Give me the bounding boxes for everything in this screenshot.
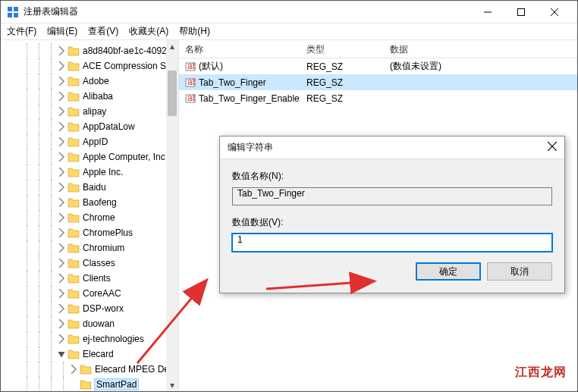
tree-item-label: Apple Inc. bbox=[83, 167, 123, 177]
tree-item[interactable]: Elecard MPEG De bbox=[5, 362, 178, 377]
chevron-right-icon[interactable] bbox=[57, 46, 66, 55]
menu-view[interactable]: 查看(V) bbox=[88, 25, 118, 38]
registry-tree-panel: a8d840bf-ae1c-4092ACE Compression SoAdob… bbox=[1, 40, 179, 391]
value-name-field[interactable]: Tab_Two_Finger bbox=[232, 187, 552, 205]
chevron-right-icon[interactable] bbox=[57, 334, 66, 343]
chevron-right-icon[interactable] bbox=[57, 228, 66, 237]
chevron-right-icon[interactable] bbox=[57, 198, 66, 207]
tree-item[interactable]: ChromePlus bbox=[5, 225, 178, 240]
dialog-close-button[interactable] bbox=[548, 142, 557, 153]
tree-item-label: AppDataLow bbox=[83, 121, 135, 132]
chevron-right-icon[interactable] bbox=[57, 304, 66, 313]
tree-item[interactable]: CoreAAC bbox=[5, 286, 178, 301]
ok-button[interactable]: 确定 bbox=[416, 262, 481, 281]
menu-file[interactable]: 文件(F) bbox=[7, 25, 36, 38]
app-icon bbox=[7, 6, 19, 18]
chevron-right-icon[interactable] bbox=[57, 183, 66, 192]
list-row[interactable]: abTab_Two_Finger_EnableREG_SZ bbox=[179, 90, 577, 106]
folder-icon bbox=[68, 167, 80, 177]
header-name[interactable]: 名称 bbox=[179, 40, 300, 58]
list-row[interactable]: ab(默认)REG_SZ(数值未设置) bbox=[179, 58, 577, 74]
folder-icon bbox=[68, 334, 80, 344]
chevron-right-icon[interactable] bbox=[57, 274, 66, 283]
header-data[interactable]: 数据 bbox=[384, 40, 577, 58]
folder-icon bbox=[80, 364, 92, 375]
tree-item[interactable]: Chrome bbox=[5, 210, 178, 225]
tree-item[interactable]: DSP-worx bbox=[5, 301, 178, 316]
minimize-button[interactable] bbox=[471, 2, 504, 23]
tree-item-label: Baofeng bbox=[83, 197, 117, 208]
tree-item-label: duowan bbox=[83, 318, 115, 329]
tree-item[interactable]: Adobe bbox=[5, 74, 178, 89]
folder-icon bbox=[68, 258, 80, 268]
value-type: REG_SZ bbox=[300, 61, 384, 72]
window-titlebar: 注册表编辑器 bbox=[1, 1, 577, 24]
chevron-right-icon[interactable] bbox=[57, 319, 66, 328]
tree-item-label: Apple Computer, Inc bbox=[83, 152, 165, 162]
tree-item[interactable]: ACE Compression So bbox=[5, 58, 178, 74]
cancel-button[interactable]: 取消 bbox=[487, 262, 552, 281]
tree-item-label: ej-technologies bbox=[83, 334, 144, 344]
folder-icon bbox=[68, 182, 80, 193]
chevron-right-icon[interactable] bbox=[57, 61, 66, 71]
tree-item[interactable]: Chromium bbox=[5, 240, 178, 256]
maximize-button[interactable] bbox=[504, 2, 538, 23]
svg-rect-1 bbox=[14, 7, 18, 11]
chevron-right-icon[interactable] bbox=[57, 243, 66, 252]
tree-item-label: Clients bbox=[83, 273, 111, 284]
chevron-right-icon[interactable] bbox=[57, 213, 66, 222]
tree-item[interactable]: Classes bbox=[5, 256, 178, 271]
folder-icon bbox=[68, 288, 80, 299]
chevron-right-icon[interactable] bbox=[57, 137, 66, 146]
tree-item[interactable]: Elecard bbox=[5, 347, 178, 362]
tree-item[interactable]: duowan bbox=[5, 316, 178, 331]
tree-item[interactable]: a8d840bf-ae1c-4092 bbox=[5, 43, 178, 58]
tree-item[interactable]: alipay bbox=[5, 104, 178, 119]
tree-item-label: Adobe bbox=[83, 76, 109, 86]
tree-item-label: a8d840bf-ae1c-4092 bbox=[83, 45, 167, 56]
tree-scrollbar[interactable]: ▴ ▾ bbox=[166, 40, 178, 391]
chevron-right-icon[interactable] bbox=[57, 259, 66, 268]
chevron-right-icon[interactable] bbox=[57, 168, 66, 177]
tree-item-label: ChromePlus bbox=[83, 227, 133, 238]
menu-favorites[interactable]: 收藏夹(A) bbox=[129, 25, 168, 38]
tree-item[interactable]: Clients bbox=[5, 271, 178, 286]
tree-item-label: Classes bbox=[83, 258, 115, 268]
menu-edit[interactable]: 编辑(E) bbox=[47, 25, 77, 38]
chevron-right-icon[interactable] bbox=[57, 152, 66, 162]
scroll-thumb[interactable] bbox=[168, 71, 177, 116]
scroll-down-icon[interactable]: ▾ bbox=[166, 379, 178, 391]
tree-item[interactable]: Alibaba bbox=[5, 89, 178, 104]
chevron-right-icon[interactable] bbox=[57, 92, 66, 101]
list-row[interactable]: abTab_Two_FingerREG_SZ bbox=[179, 74, 577, 90]
list-header: 名称 类型 数据 bbox=[179, 40, 577, 58]
tree-item-label: CoreAAC bbox=[83, 288, 121, 299]
chevron-right-icon[interactable] bbox=[57, 77, 66, 86]
svg-text:ab: ab bbox=[187, 93, 196, 103]
string-value-icon: ab bbox=[185, 61, 196, 72]
tree-item[interactable]: ej-technologies bbox=[5, 331, 178, 347]
tree-item[interactable]: AppID bbox=[5, 134, 178, 149]
dialog-titlebar[interactable]: 编辑字符串 bbox=[220, 136, 564, 159]
tree-item[interactable]: Apple Inc. bbox=[5, 165, 178, 180]
value-data-field[interactable]: 1 bbox=[232, 234, 552, 252]
chevron-right-icon[interactable] bbox=[57, 289, 66, 298]
chevron-right-icon[interactable] bbox=[69, 380, 78, 389]
chevron-down-icon[interactable] bbox=[57, 350, 66, 359]
tree-item[interactable]: AppDataLow bbox=[5, 119, 178, 134]
tree-item[interactable]: Baidu bbox=[5, 180, 178, 195]
tree-item[interactable]: SmartPad bbox=[5, 377, 178, 391]
folder-icon bbox=[80, 379, 92, 390]
menu-help[interactable]: 帮助(H) bbox=[179, 25, 210, 38]
tree-item[interactable]: Apple Computer, Inc bbox=[5, 149, 178, 165]
close-button[interactable] bbox=[538, 2, 571, 23]
header-type[interactable]: 类型 bbox=[300, 40, 384, 58]
scroll-up-icon[interactable]: ▴ bbox=[166, 40, 178, 52]
folder-icon bbox=[68, 273, 80, 284]
string-value-icon: ab bbox=[185, 93, 196, 104]
chevron-right-icon[interactable] bbox=[57, 107, 66, 116]
chevron-right-icon[interactable] bbox=[69, 365, 78, 374]
chevron-right-icon[interactable] bbox=[57, 122, 66, 131]
tree-item-label: DSP-worx bbox=[83, 303, 124, 314]
tree-item[interactable]: Baofeng bbox=[5, 195, 178, 210]
